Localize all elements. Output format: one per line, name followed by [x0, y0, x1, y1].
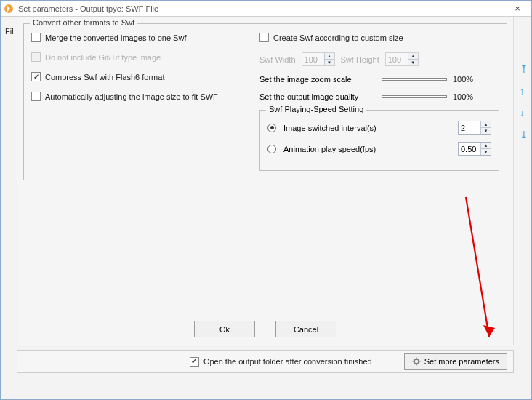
- interval-input[interactable]: ▲▼: [458, 121, 491, 135]
- svg-line-9: [414, 364, 414, 364]
- titlebar: Set parameters - Output tpye: SWF File ×: [1, 1, 531, 17]
- parent-menu-stub: Fil: [1, 24, 18, 39]
- arrow-top-icon: ⤒: [520, 63, 528, 75]
- arrow-down-icon: ↓: [520, 107, 528, 119]
- convert-formats-group: Convert other formats to Swf Merge the c…: [23, 23, 507, 180]
- arrow-bottom-icon: ⤓: [520, 129, 528, 140]
- swf-width-field: [302, 53, 324, 65]
- quality-slider[interactable]: [382, 95, 447, 98]
- exclude-checkbox: [31, 52, 41, 62]
- footer-bar: Open the output folder after conversion …: [17, 350, 514, 373]
- ok-button[interactable]: Ok: [194, 321, 255, 337]
- interval-radio[interactable]: [267, 124, 276, 132]
- svg-line-7: [418, 364, 419, 364]
- merge-label: Merge the converted images to one Swf: [45, 33, 186, 42]
- merge-checkbox[interactable]: [31, 33, 41, 42]
- spinner-icon: ▲▼: [324, 53, 334, 65]
- compress-checkbox[interactable]: [31, 72, 41, 81]
- custom-size-checkbox[interactable]: [259, 33, 269, 42]
- cancel-button[interactable]: Cancel: [275, 321, 336, 337]
- zoom-slider[interactable]: [382, 78, 447, 81]
- zoom-label: Set the image zoom scale: [259, 75, 376, 84]
- spinner-icon[interactable]: ▲▼: [480, 121, 491, 134]
- more-label: Set more parameters: [424, 357, 499, 366]
- fps-label: Animation play speed(fps): [283, 145, 451, 153]
- quality-label: Set the output image quality: [259, 92, 376, 101]
- fps-field[interactable]: [459, 143, 480, 155]
- open-folder-label: Open the output folder after conversion …: [203, 357, 372, 366]
- exclude-checkbox-row: Do not include Gif/Tif type image: [31, 52, 246, 62]
- swf-height-input: ▲▼: [385, 52, 419, 66]
- autosize-label: Automatically adjusting the image size t…: [45, 92, 218, 101]
- autosize-checkbox[interactable]: [31, 92, 41, 101]
- swf-width-input: ▲▼: [302, 52, 335, 66]
- set-more-parameters-button[interactable]: Set more parameters: [404, 353, 507, 370]
- autosize-checkbox-row[interactable]: Automatically adjusting the image size t…: [31, 92, 246, 101]
- close-button[interactable]: ×: [507, 2, 528, 15]
- svg-line-6: [414, 359, 414, 359]
- compress-label: Compress Swf with Flash6 format: [45, 73, 164, 81]
- interval-field[interactable]: [459, 121, 480, 134]
- window-title: Set parameters - Output tpye: SWF File: [18, 4, 507, 13]
- compress-checkbox-row[interactable]: Compress Swf with Flash6 format: [31, 72, 246, 81]
- open-folder-checkbox[interactable]: [190, 357, 199, 367]
- interval-label: Image switched interval(s): [283, 124, 451, 132]
- speed-group: Swf Playing-Speed Setting Image switched…: [259, 110, 499, 171]
- custom-size-label: Create Swf according to custom size: [273, 33, 403, 42]
- fps-input[interactable]: ▲▼: [458, 142, 491, 156]
- zoom-percent: 100%: [453, 75, 473, 84]
- quality-percent: 100%: [453, 92, 473, 101]
- exclude-label: Do not include Gif/Tif type image: [45, 53, 161, 62]
- swf-height-label: Swf Height: [341, 55, 379, 64]
- fps-radio[interactable]: [267, 145, 276, 153]
- swf-height-field: [386, 53, 408, 65]
- swf-width-label: Swf Width: [259, 55, 296, 64]
- merge-checkbox-row[interactable]: Merge the converted images to one Swf: [31, 33, 246, 42]
- svg-point-1: [414, 359, 419, 364]
- parent-toolbar-icons: ⤒ ↑ ↓ ⤓: [520, 63, 528, 140]
- gear-icon: [412, 357, 421, 366]
- dialog-body: Convert other formats to Swf Merge the c…: [17, 17, 514, 345]
- spinner-icon: ▲▼: [408, 53, 418, 65]
- speed-legend: Swf Playing-Speed Setting: [266, 105, 366, 113]
- custom-size-checkbox-row[interactable]: Create Swf according to custom size: [259, 33, 499, 42]
- arrow-up-icon: ↑: [520, 85, 528, 97]
- spinner-icon[interactable]: ▲▼: [480, 143, 491, 155]
- open-folder-checkbox-row[interactable]: Open the output folder after conversion …: [190, 357, 372, 367]
- svg-line-8: [418, 359, 419, 359]
- app-icon: [4, 4, 14, 14]
- group-legend: Convert other formats to Swf: [30, 18, 137, 27]
